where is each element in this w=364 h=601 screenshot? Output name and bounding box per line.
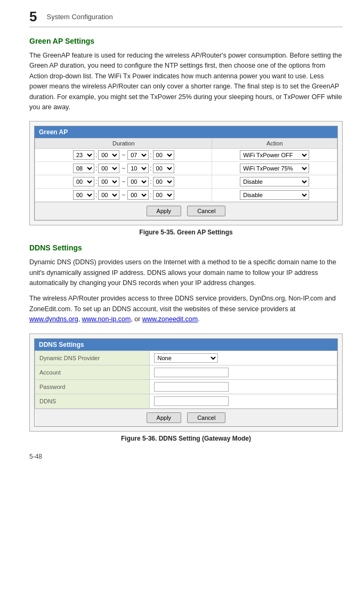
ddns-description1: Dynamic DNS (DDNS) provides users on the… <box>29 257 343 288</box>
min1-select[interactable]: 00 <box>98 177 119 186</box>
hour1-select[interactable]: 23 <box>73 150 94 160</box>
colon2: : <box>150 151 151 159</box>
colon2: : <box>150 165 151 172</box>
green-ap-panel-title: Green AP <box>35 126 337 138</box>
ddns-input-ddns[interactable] <box>154 396 229 406</box>
colon1: : <box>95 151 97 159</box>
ddns-apply-button[interactable]: Apply <box>147 412 182 423</box>
green-ap-row: 08 : 00 ~ 10 : 00 WiFi TxPower 75% <box>35 162 337 175</box>
ddns-description2: The wireless AP/Router provides access t… <box>29 294 343 324</box>
min1-select[interactable]: 00 <box>98 150 119 160</box>
action-select[interactable]: Disable <box>240 190 309 200</box>
ddns-figure: DDNS Settings Dynamic DNS ProviderNoneAc… <box>29 334 343 432</box>
tilde: ~ <box>120 151 126 159</box>
hour2-select[interactable]: 10 <box>127 164 149 173</box>
action-cell: WiFi TxPower OFF <box>212 149 337 162</box>
green-ap-figure: Green AP Duration Action 23 : 00 ~ 07 : … <box>29 121 343 225</box>
ddns-provider-select[interactable]: None <box>154 353 218 363</box>
link-zoneedit[interactable]: www.zoneedit.com <box>142 315 198 323</box>
tilde: ~ <box>120 165 126 172</box>
ddns-form-table: Dynamic DNS ProviderNoneAccountPasswordD… <box>35 351 337 426</box>
hour2-select[interactable]: 00 <box>127 190 149 200</box>
green-ap-section-title: Green AP Settings <box>29 37 343 45</box>
ddns-form-row: Password <box>35 379 337 394</box>
action-select[interactable]: Disable <box>240 177 309 186</box>
ddns-field-value <box>150 394 337 408</box>
green-ap-btn-row: Apply Cancel <box>35 202 337 220</box>
ddns-field-value <box>150 379 337 394</box>
chapter-number: 5 <box>29 10 37 23</box>
action-cell: Disable <box>212 175 337 189</box>
chapter-header: 5 System Configuration <box>29 10 343 27</box>
action-cell: Disable <box>212 189 337 202</box>
tilde: ~ <box>120 178 126 185</box>
col-action: Action <box>212 139 337 149</box>
action-select[interactable]: WiFi TxPower 75% <box>240 164 309 173</box>
colon1: : <box>95 191 97 199</box>
ddns-form-row: Account <box>35 365 337 379</box>
colon1: : <box>95 165 97 172</box>
duration-cell: 08 : 00 ~ 10 : 00 <box>35 162 212 175</box>
min2-select[interactable]: 00 <box>153 177 174 186</box>
duration-cell: 23 : 00 ~ 07 : 00 <box>35 149 212 162</box>
page-footer: 5-48 <box>29 453 343 460</box>
green-ap-row: 23 : 00 ~ 07 : 00 WiFi TxPower OFF <box>35 149 337 162</box>
ddns-field-label: Password <box>35 379 150 394</box>
ddns-btn-row: Apply Cancel <box>35 409 337 426</box>
ddns-input-password[interactable] <box>154 382 229 392</box>
action-select[interactable]: WiFi TxPower OFF <box>240 150 309 160</box>
duration-cell: 00 : 00 ~ 00 : 00 <box>35 189 212 202</box>
green-ap-row: 00 : 00 ~ 00 : 00 Disable <box>35 175 337 189</box>
ddns-field-value <box>150 365 337 379</box>
ddns-field-label: DDNS <box>35 394 150 408</box>
ddns-panel: DDNS Settings Dynamic DNS ProviderNoneAc… <box>34 338 338 427</box>
min1-select[interactable]: 00 <box>98 164 119 173</box>
ddns-form-row: DDNS <box>35 394 337 408</box>
green-ap-panel: Green AP Duration Action 23 : 00 ~ 07 : … <box>34 126 338 221</box>
green-ap-figure-caption: Figure 5-35. Green AP Settings <box>29 229 343 236</box>
duration-cell: 00 : 00 ~ 00 : 00 <box>35 175 212 189</box>
green-ap-row: 00 : 00 ~ 00 : 00 Disable <box>35 189 337 202</box>
link-dyndns[interactable]: www.dyndns.org <box>29 315 78 323</box>
colon2: : <box>150 178 151 185</box>
link-nonip[interactable]: www.non-ip.com <box>82 315 131 323</box>
hour1-select[interactable]: 00 <box>73 177 94 186</box>
green-ap-apply-button[interactable]: Apply <box>147 206 182 216</box>
tilde: ~ <box>120 191 126 199</box>
green-ap-cancel-button[interactable]: Cancel <box>187 206 225 216</box>
green-ap-table: Duration Action 23 : 00 ~ 07 : 00 WiFi T… <box>35 138 337 220</box>
hour2-select[interactable]: 07 <box>127 150 149 160</box>
chapter-title: System Configuration <box>46 13 112 21</box>
ddns-field-value: None <box>150 351 337 365</box>
hour2-select[interactable]: 00 <box>127 177 149 186</box>
action-cell: WiFi TxPower 75% <box>212 162 337 175</box>
ddns-input-account[interactable] <box>154 368 229 377</box>
ddns-panel-title: DDNS Settings <box>35 339 337 351</box>
colon1: : <box>95 178 97 185</box>
ddns-field-label: Account <box>35 365 150 379</box>
hour1-select[interactable]: 00 <box>73 190 94 200</box>
hour1-select[interactable]: 08 <box>73 164 94 173</box>
green-ap-description: The GreenAP feature is used for reducing… <box>29 51 343 112</box>
ddns-section-title: DDNS Settings <box>29 243 343 252</box>
ddns-cancel-button[interactable]: Cancel <box>187 412 225 423</box>
min1-select[interactable]: 00 <box>98 190 119 200</box>
min2-select[interactable]: 00 <box>153 190 174 200</box>
min2-select[interactable]: 00 <box>153 150 174 160</box>
ddns-form-row: Dynamic DNS ProviderNone <box>35 351 337 365</box>
page-number: 5-48 <box>29 453 42 460</box>
ddns-figure-caption: Figure 5-36. DDNS Setting (Gateway Mode) <box>29 435 343 442</box>
ddns-field-label: Dynamic DNS Provider <box>35 351 150 365</box>
colon2: : <box>150 191 151 199</box>
min2-select[interactable]: 00 <box>153 164 174 173</box>
col-duration: Duration <box>35 139 212 149</box>
